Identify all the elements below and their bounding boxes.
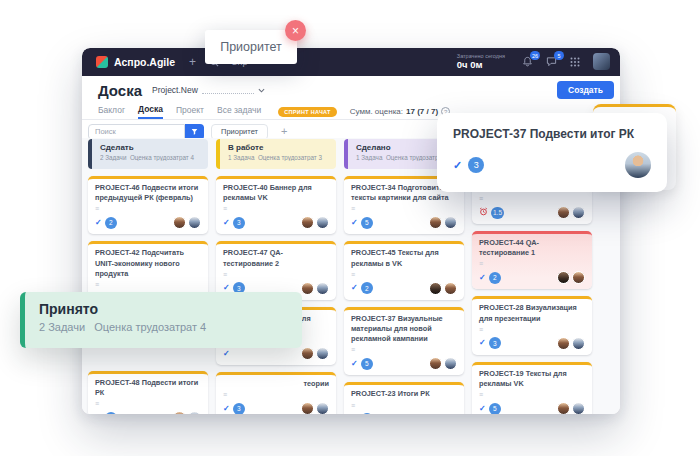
column-name: В работе	[228, 143, 329, 152]
column-cards: PROJECT-34 Подготовить тексты картинки д…	[344, 176, 464, 414]
card-footer: ✓5	[479, 402, 585, 414]
estimate-badge: 3	[468, 157, 484, 173]
task-card[interactable]: PROJECT-37 Визуальные материалы для ново…	[344, 307, 464, 376]
description-icon: ≡	[95, 400, 201, 407]
task-card[interactable]: PROJECT-48 Подвести итоги РК≡✓2	[88, 371, 208, 414]
sprint-status-badge: СПРИНТ НАЧАТ	[278, 107, 336, 117]
card-footer: ✓5	[351, 413, 457, 414]
task-card[interactable]: PROJECT-19 Тексты для рекламы VK≡✓5	[472, 362, 592, 414]
assignee-avatars	[427, 413, 457, 414]
chevron-down-icon	[258, 88, 265, 93]
check-icon: ✓	[479, 274, 486, 282]
summary-value: 17 (7 / 7)	[406, 107, 438, 116]
priority-tooltip: Приоритет ×	[205, 30, 297, 64]
estimate-badge: 2	[105, 217, 117, 229]
description-icon: ≡	[351, 205, 457, 212]
time-value: 0ч 0м	[457, 60, 505, 71]
tooltip-label: Приоритет	[220, 40, 282, 54]
popup-title: PROJECT-37 Подвести итог РК	[453, 127, 651, 141]
card-title: PROJECT-46 Подвести итоги предыдущей РК …	[95, 183, 201, 203]
avatar	[444, 357, 457, 370]
tab-backlog[interactable]: Баклог	[98, 105, 125, 118]
avatar	[301, 347, 314, 360]
estimate-badge: 3	[233, 403, 245, 414]
brand-logo-icon	[96, 56, 108, 68]
avatar	[173, 216, 186, 229]
add-filter-button[interactable]: +	[275, 125, 293, 138]
time-tracker[interactable]: Затрачено сегодня 0ч 0м	[457, 53, 505, 70]
check-icon: ✓	[351, 360, 358, 368]
assignee-avatars	[299, 282, 329, 295]
avatar	[429, 357, 442, 370]
task-card[interactable]: PROJECT-40 Баннер для рекламы VK≡✓3	[216, 176, 336, 234]
bell-icon[interactable]: 26	[522, 56, 533, 67]
task-card[interactable]: PROJECT-44 QA-тестирование 1≡✓2	[472, 231, 592, 289]
assignee-avatars	[427, 357, 457, 370]
card-footer: ✓5	[351, 357, 457, 370]
description-icon: ≡	[351, 402, 457, 409]
accepted-title: Принято	[39, 301, 288, 317]
check-icon: ✓	[223, 219, 230, 227]
assignee-avatars	[555, 337, 585, 350]
top-navbar: Аспро.Agile + Спр Затрачено сегодня 0ч 0…	[82, 48, 620, 76]
card-footer: ✓2	[95, 411, 201, 414]
task-card[interactable]: PROJECT-46 Подвести итоги предыдущей РК …	[88, 176, 208, 234]
avatar	[444, 413, 457, 414]
description-icon: ≡	[223, 271, 329, 278]
estimate-badge: 2	[489, 272, 501, 284]
alarm-icon	[479, 207, 488, 218]
card-title: PROJECT-45 Тексты для рекламы в VK	[351, 248, 457, 268]
estimate-badge: 3	[233, 217, 245, 229]
check-icon: ✓	[351, 284, 358, 292]
tab-project[interactable]: Проект	[176, 105, 204, 118]
task-card[interactable]: PROJECT-23 Итоги РК≡✓5	[344, 382, 464, 414]
column-name: Сделать	[100, 143, 201, 152]
card-title: PROJECT-28 Визуализация для презентации	[479, 303, 585, 323]
tab-board[interactable]: Доска	[138, 104, 163, 119]
card-title: PROJECT-37 Визуальные материалы для ново…	[351, 314, 457, 345]
project-selector[interactable]: Project.New	[152, 85, 265, 95]
avatar	[572, 402, 585, 414]
avatar	[316, 216, 329, 229]
description-icon: ≡	[351, 346, 457, 353]
task-card[interactable]: теории≡✓3	[216, 372, 336, 414]
estimate-badge: 5	[361, 358, 373, 370]
add-icon[interactable]: +	[189, 56, 196, 68]
project-name: Project.New	[152, 85, 198, 95]
description-icon: ≡	[95, 281, 201, 288]
task-popup-card[interactable]: PROJECT-37 Подвести итог РК ✓ 3	[437, 113, 667, 192]
apps-grid-icon[interactable]	[570, 57, 580, 67]
assignee-avatars	[171, 411, 201, 414]
tab-all-tasks[interactable]: Все задачи	[217, 105, 261, 118]
avatar	[188, 411, 201, 414]
avatar	[572, 206, 585, 219]
check-icon: ✓	[479, 405, 486, 413]
description-icon: ≡	[479, 260, 585, 267]
avatar	[301, 402, 314, 414]
assignee-avatars	[171, 216, 201, 229]
card-title: PROJECT-44 QA-тестирование 1	[479, 238, 585, 258]
card-footer: ✓2	[351, 282, 457, 295]
task-card[interactable]: PROJECT-45 Тексты для рекламы в VK≡✓2	[344, 241, 464, 299]
card-title: PROJECT-19 Тексты для рекламы VK	[479, 369, 585, 389]
description-icon: ≡	[223, 391, 329, 398]
chat-icon[interactable]: 5	[546, 56, 557, 67]
avatar	[557, 271, 570, 284]
column-meta: 1 Задача Оценка трудозатрат 3	[228, 154, 329, 161]
card-footer: ✓2	[479, 271, 585, 284]
avatar	[429, 216, 442, 229]
column-header: В работе1 Задача Оценка трудозатрат 3	[216, 139, 336, 169]
create-button[interactable]: Создать	[557, 81, 614, 99]
assignee-avatars	[555, 402, 585, 414]
task-card[interactable]: PROJECT-28 Визуализация для презентации≡…	[472, 296, 592, 354]
card-footer: ✓3	[479, 337, 585, 350]
check-icon: ✓	[453, 160, 462, 171]
description-icon: ≡	[479, 326, 585, 333]
assignee-avatars	[299, 216, 329, 229]
user-avatar[interactable]	[593, 53, 610, 70]
close-icon[interactable]: ×	[285, 20, 306, 41]
avatar	[316, 282, 329, 295]
app-window: Аспро.Agile + Спр Затрачено сегодня 0ч 0…	[82, 48, 620, 414]
description-icon: ≡	[223, 205, 329, 212]
estimate-badge: 5	[361, 217, 373, 229]
